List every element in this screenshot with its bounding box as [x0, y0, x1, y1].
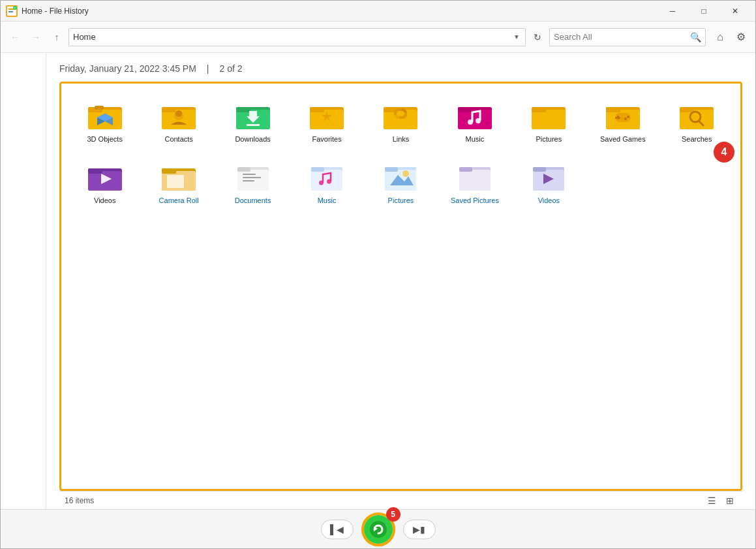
downloads-icon [235, 95, 271, 132]
svg-rect-8 [95, 106, 104, 110]
svg-point-43 [627, 116, 629, 118]
back-button[interactable]: ← [6, 28, 24, 46]
folder-saved-pictures-label: Saved Pictures [451, 196, 499, 205]
folder-saved-games[interactable]: Saved Games [587, 91, 658, 148]
svg-rect-3 [8, 11, 13, 12]
grid-view-button[interactable]: ⊞ [723, 494, 737, 508]
folder-contacts[interactable]: Contacts [143, 91, 214, 148]
address-dropdown[interactable]: ▼ [512, 33, 521, 40]
title-bar-left: Home - File History [6, 5, 89, 17]
svg-point-73 [402, 170, 409, 177]
minimize-button[interactable]: ─ [658, 1, 688, 22]
music-r2-icon [309, 157, 345, 193]
folder-saved-games-label: Saved Games [600, 134, 646, 144]
svg-rect-63 [243, 180, 254, 181]
svg-rect-66 [311, 167, 324, 172]
prev-icon: ▌◀ [330, 524, 344, 535]
title-bar-buttons: ─ □ ✕ [658, 1, 750, 22]
pictures-icon [530, 95, 567, 132]
maximize-button[interactable]: □ [689, 1, 719, 22]
svg-rect-76 [459, 167, 472, 172]
address-input-wrap: ▼ [68, 28, 526, 46]
next-button[interactable]: ▶▮ [403, 520, 436, 539]
restore-icon [369, 520, 388, 539]
svg-rect-36 [532, 107, 546, 112]
folder-music-label: Music [466, 134, 485, 144]
svg-point-33 [476, 118, 481, 123]
3d-objects-icon [87, 95, 123, 132]
folder-contacts-label: Contacts [164, 134, 192, 144]
sidebar [1, 53, 46, 509]
status-bar: 16 items ☰ ⊞ [59, 491, 742, 509]
links-icon [382, 95, 419, 132]
folder-camera-roll-label: Camera Roll [159, 196, 199, 205]
file-grid: 3D Objects [69, 91, 733, 210]
folder-pictures-r2[interactable]: Pictures [365, 153, 436, 209]
window-title: Home - File History [22, 7, 89, 16]
folder-videos-r2[interactable]: Videos [513, 153, 584, 209]
folder-videos-r1-label: Videos [94, 196, 115, 205]
videos-row1-icon [87, 157, 123, 193]
folder-music-r2[interactable]: Music [291, 153, 362, 209]
status-right: ☰ ⊞ [704, 494, 737, 508]
home-button[interactable]: ⌂ [711, 28, 729, 46]
folder-favorites[interactable]: Favorites [291, 91, 362, 148]
address-bar: ← → ↑ ▼ ↻ 🔍 ⌂ ⚙ [1, 22, 755, 53]
folder-videos-r1[interactable]: Videos [69, 153, 140, 209]
videos-r2-icon [530, 157, 567, 193]
next-icon: ▶▮ [413, 524, 425, 535]
refresh-button[interactable]: ↻ [528, 28, 547, 46]
address-input[interactable] [73, 32, 512, 42]
list-view-button[interactable]: ☰ [704, 494, 719, 508]
svg-rect-60 [237, 167, 250, 172]
bottom-nav: ▌◀ 5 ▶▮ [1, 509, 755, 548]
separator: | [207, 63, 209, 74]
svg-rect-19 [236, 107, 250, 112]
searches-icon [678, 95, 715, 132]
svg-rect-57 [167, 175, 184, 188]
search-input[interactable] [554, 32, 690, 42]
prev-button[interactable]: ▌◀ [321, 520, 354, 539]
svg-rect-42 [615, 117, 620, 119]
up-button[interactable]: ↑ [48, 28, 66, 46]
folder-3d-objects-label: 3D Objects [87, 134, 123, 144]
content-wrapper: 4 Friday, January 21, 2022 3:45 PM | 2 o… [59, 63, 742, 509]
folder-documents-label: Documents [235, 196, 271, 205]
folder-pictures[interactable]: Pictures [513, 91, 584, 148]
folder-favorites-label: Favorites [312, 134, 341, 144]
svg-rect-62 [243, 177, 261, 178]
folder-pictures-label: Pictures [536, 134, 562, 144]
saved-pictures-icon [457, 157, 493, 193]
settings-button[interactable]: ⚙ [732, 28, 750, 46]
svg-point-67 [319, 181, 324, 185]
folder-downloads[interactable]: Downloads [217, 91, 288, 148]
svg-rect-47 [680, 107, 694, 112]
svg-rect-71 [385, 167, 398, 172]
pictures-r2-icon [382, 157, 419, 193]
folder-camera-roll[interactable]: Camera Roll [143, 153, 214, 209]
date-bar: Friday, January 21, 2022 3:45 PM | 2 of … [59, 63, 742, 74]
svg-point-16 [175, 110, 182, 117]
folder-music[interactable]: Music [439, 91, 510, 148]
search-button[interactable]: 🔍 [690, 32, 701, 42]
window: Home - File History ─ □ ✕ ← → ↑ ▼ ↻ 🔍 ⌂ … [0, 0, 756, 549]
date-text: Friday, January 21, 2022 3:45 PM [59, 63, 196, 74]
svg-rect-21 [247, 124, 260, 126]
folder-links[interactable]: Links [365, 91, 436, 148]
folder-searches[interactable]: Searches [661, 91, 733, 148]
folder-documents[interactable]: Documents [217, 153, 288, 209]
saved-games-icon [605, 95, 641, 132]
folder-saved-pictures[interactable]: Saved Pictures [439, 153, 510, 209]
toolbar-icons: ⌂ ⚙ [711, 28, 750, 46]
svg-point-81 [370, 521, 387, 538]
badge-5: 5 [386, 507, 401, 522]
svg-point-44 [624, 118, 627, 120]
svg-rect-79 [533, 167, 546, 172]
folder-3d-objects[interactable]: 3D Objects [69, 91, 140, 148]
close-button[interactable]: ✕ [720, 1, 750, 22]
camera-roll-icon [160, 157, 197, 193]
folder-pictures-r2-label: Pictures [388, 196, 414, 205]
title-bar: Home - File History ─ □ ✕ [1, 1, 755, 22]
documents-icon [235, 157, 271, 193]
forward-button[interactable]: → [27, 28, 45, 46]
